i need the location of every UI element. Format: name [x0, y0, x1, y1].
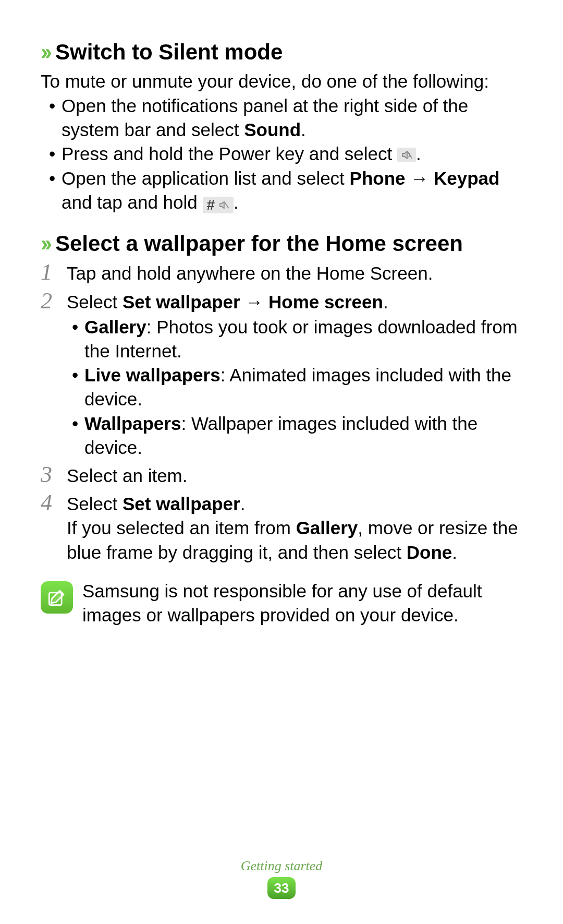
option-live-wallpapers: Live wallpapers: Animated images include… [67, 363, 522, 411]
mute-icon [397, 148, 416, 162]
bullet-power-key: Press and hold the Power key and select … [41, 142, 522, 166]
keypad-label: Keypad [434, 168, 499, 188]
option-wallpapers: Wallpapers: Wallpaper images included wi… [67, 412, 522, 460]
gallery-label: Gallery [296, 518, 358, 538]
done-label: Done [407, 542, 452, 562]
step-2: 2 Select Set wallpaper → Home screen. Ga… [41, 289, 522, 460]
text: Press and hold the Power key and select [62, 143, 397, 164]
set-wallpaper-label: Set wallpaper [123, 494, 240, 514]
text: . [383, 292, 388, 312]
text: Open the application list and select [62, 168, 350, 188]
svg-line-1 [225, 202, 228, 208]
step-text: Select Set wallpaper → Home screen. Gall… [64, 289, 522, 460]
page-content: ›› Switch to Silent mode To mute or unmu… [41, 39, 522, 891]
heading-wallpaper: ›› Select a wallpaper for the Home scree… [41, 230, 522, 258]
step-number: 2 [41, 289, 64, 313]
note-block: Samsung is not responsible for any use o… [41, 579, 522, 627]
wallpaper-options: Gallery: Photos you took or images downl… [67, 315, 522, 460]
manual-page: ›› Switch to Silent mode To mute or unmu… [0, 0, 563, 924]
step-4: 4 Select Set wallpaper. If you selected … [41, 491, 522, 565]
step-number: 3 [41, 463, 64, 487]
heading-text: Select a wallpaper for the Home screen [55, 230, 463, 258]
hash-mute-icon: # [203, 197, 234, 213]
wallpaper-steps: 1 Tap and hold anywhere on the Home Scre… [41, 260, 522, 564]
arrow-icon: → [240, 292, 268, 312]
page-number-badge: 33 [267, 877, 296, 899]
hash-symbol: # [207, 198, 215, 212]
step-text: Select Set wallpaper. If you selected an… [64, 491, 522, 565]
arrow-icon: → [406, 168, 434, 188]
step-number: 4 [41, 491, 64, 515]
phone-label: Phone [350, 168, 406, 188]
step-text: Select an item. [64, 463, 522, 488]
note-text: Samsung is not responsible for any use o… [82, 579, 522, 627]
text: . [301, 119, 306, 140]
label: Gallery [84, 317, 146, 337]
text: . [452, 542, 457, 562]
step-3: 3 Select an item. [41, 463, 522, 488]
text: If you selected an item from [67, 518, 296, 538]
option-gallery: Gallery: Photos you took or images downl… [67, 315, 522, 363]
text: Select [67, 494, 123, 514]
note-icon [41, 581, 73, 614]
chevron-icon: ›› [41, 230, 49, 258]
text: . [416, 143, 421, 164]
step-text: Tap and hold anywhere on the Home Screen… [64, 260, 522, 285]
text: and tap and hold [62, 192, 203, 212]
set-wallpaper-label: Set wallpaper [123, 292, 240, 312]
label: Wallpapers [84, 413, 181, 434]
text: Select [67, 292, 123, 312]
label: Live wallpapers [84, 365, 221, 385]
bullet-notifications: Open the notifications panel at the righ… [41, 94, 522, 142]
sound-label: Sound [244, 119, 301, 140]
desc: : Photos you took or images downloaded f… [84, 317, 518, 361]
home-screen-label: Home screen [268, 292, 383, 312]
text: . [234, 192, 239, 212]
step-number: 1 [41, 260, 64, 284]
heading-silent-mode: ›› Switch to Silent mode [41, 39, 522, 66]
chevron-icon: ›› [41, 39, 49, 66]
step-1: 1 Tap and hold anywhere on the Home Scre… [41, 260, 522, 285]
intro-silent: To mute or unmute your device, do one of… [41, 69, 522, 93]
page-footer: Getting started 33 [0, 858, 563, 899]
footer-section: Getting started [0, 858, 563, 874]
heading-text: Switch to Silent mode [55, 39, 283, 66]
text: . [240, 494, 246, 514]
bullet-phone-keypad: Open the application list and select Pho… [41, 166, 522, 214]
silent-bullets: Open the notifications panel at the righ… [41, 94, 522, 214]
